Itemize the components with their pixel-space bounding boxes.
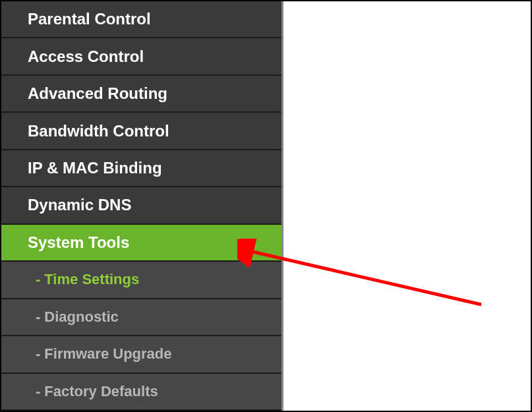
sidebar-subitem-label: Diagnostic — [44, 309, 118, 326]
sidebar-subitem-factory-defaults[interactable]: - Factory Defaults — [1, 374, 281, 411]
sub-prefix: - — [36, 345, 40, 363]
sidebar-item-label: Bandwidth Control — [28, 122, 169, 140]
sidebar-nav: Parental Control Access Control Advanced… — [1, 1, 283, 411]
sidebar-subitem-time-settings[interactable]: - Time Settings — [1, 262, 281, 299]
sidebar-subitem-diagnostic[interactable]: - Diagnostic — [1, 299, 281, 336]
sidebar-subitem-label: Factory Defaults — [44, 383, 158, 400]
sidebar-item-label: Parental Control — [28, 10, 151, 28]
sub-prefix: - — [36, 309, 40, 326]
sidebar-item-advanced-routing[interactable]: Advanced Routing — [1, 76, 281, 113]
sidebar-item-label: IP & MAC Binding — [28, 159, 162, 177]
sidebar-subitem-label: Time Settings — [44, 271, 139, 288]
sub-prefix: - — [36, 271, 40, 288]
sidebar-item-label: System Tools — [28, 233, 129, 252]
sidebar-item-bandwidth-control[interactable]: Bandwidth Control — [1, 113, 281, 150]
app-container: Parental Control Access Control Advanced… — [0, 0, 532, 412]
sidebar-item-ip-mac-binding[interactable]: IP & MAC Binding — [1, 150, 281, 187]
sidebar-item-label: Access Control — [28, 47, 144, 66]
sidebar-item-label: Dynamic DNS — [28, 196, 131, 214]
sidebar-subitem-firmware-upgrade[interactable]: - Firmware Upgrade — [1, 336, 281, 373]
sidebar-item-label: Advanced Routing — [28, 84, 167, 103]
sub-prefix: - — [36, 383, 40, 400]
content-area — [283, 1, 531, 411]
sidebar-item-parental-control[interactable]: Parental Control — [1, 1, 281, 38]
sidebar-item-system-tools[interactable]: System Tools — [1, 225, 281, 262]
sidebar-item-dynamic-dns[interactable]: Dynamic DNS — [1, 187, 281, 224]
sidebar-subitem-label: Firmware Upgrade — [44, 345, 171, 363]
sidebar-item-access-control[interactable]: Access Control — [1, 38, 281, 75]
